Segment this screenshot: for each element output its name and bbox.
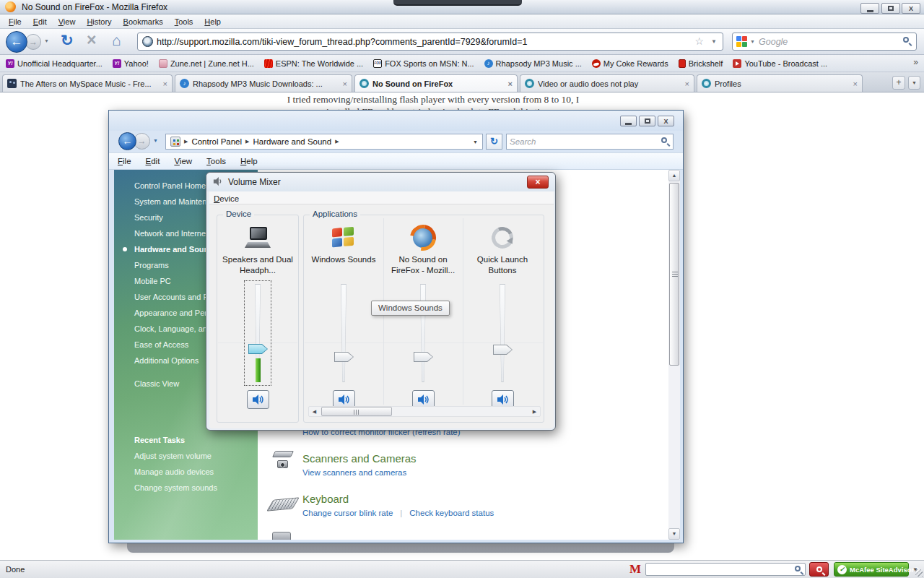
new-tab-button[interactable]: +	[892, 76, 905, 90]
menu-help[interactable]: Help	[199, 16, 227, 27]
bookmark-unofficial-headquarters[interactable]: Y!Unofficial Headquarter...	[6, 59, 103, 68]
slider-handle[interactable]	[334, 352, 354, 362]
web-search-input[interactable]	[759, 34, 899, 49]
tab-profiles[interactable]: Profiles ×	[697, 74, 863, 92]
recent-task-manage-audio[interactable]: Manage audio devices	[114, 466, 258, 478]
history-dropdown-icon[interactable]: ▼	[44, 38, 49, 43]
mcafee-m-icon[interactable]: M	[629, 562, 641, 577]
siteadvisor-search-box[interactable]	[645, 563, 806, 576]
link-view-scanners[interactable]: View scanners and cameras	[302, 468, 406, 477]
google-engine-icon[interactable]	[736, 36, 747, 47]
cp-refresh-button[interactable]: ↻	[486, 134, 502, 150]
scroll-left-icon[interactable]: ◀	[309, 407, 320, 416]
link-check-keyboard-status[interactable]: Check keyboard status	[409, 509, 494, 517]
menu-edit[interactable]: Edit	[27, 16, 53, 27]
url-dropdown-icon[interactable]: ▼	[711, 38, 717, 45]
scroll-down-icon[interactable]: ▼	[668, 528, 680, 540]
bookmark-brickshelf[interactable]: Brickshelf	[679, 59, 723, 68]
cp-menu-help[interactable]: Help	[239, 155, 265, 167]
menu-tools[interactable]: Tools	[169, 16, 199, 27]
menu-file[interactable]: File	[3, 16, 27, 27]
siteadvisor-search-input[interactable]	[648, 564, 785, 574]
slider-track[interactable]	[497, 284, 507, 382]
scrollbar-thumb[interactable]	[669, 183, 679, 366]
search-icon[interactable]	[903, 37, 909, 43]
resize-grip[interactable]	[915, 569, 923, 577]
siteadvisor-search-button[interactable]	[809, 562, 829, 577]
cp-search-input[interactable]	[510, 135, 654, 148]
minimize-button[interactable]	[860, 3, 879, 14]
cp-back-button[interactable]: ←	[118, 132, 136, 150]
cp-menu-tools[interactable]: Tools	[205, 155, 233, 167]
cp-minimize-button[interactable]	[620, 116, 637, 126]
firefox-titlebar[interactable]: No Sound on FireFox - Mozilla Firefox X	[0, 0, 924, 14]
bookmark-youtube[interactable]: YouTube - Broadcast ...	[733, 59, 827, 68]
engine-dropdown-icon[interactable]: ▼	[750, 39, 755, 44]
forward-button[interactable]: →	[25, 34, 41, 50]
scrollbar-thumb[interactable]	[321, 407, 392, 416]
breadcrumb-control-panel[interactable]: Control Panel	[191, 137, 242, 146]
scroll-up-icon[interactable]: ▲	[668, 170, 680, 181]
back-button[interactable]: ←	[6, 31, 27, 53]
menu-history[interactable]: History	[81, 16, 117, 27]
tab-close-icon[interactable]: ×	[853, 79, 858, 88]
tab-myspace[interactable]: The Afters on MySpace Music - Fre... ×	[2, 74, 173, 92]
menu-view[interactable]: View	[53, 16, 82, 27]
mixer-titlebar[interactable]: Volume Mixer ×	[206, 173, 555, 191]
mixer-close-button[interactable]: ×	[527, 176, 549, 189]
tab-rhapsody[interactable]: ♪ Rhapsody MP3 Music Downloads: ... ×	[175, 74, 352, 92]
cp-maximize-button[interactable]	[639, 116, 655, 126]
scroll-right-icon[interactable]: ▶	[529, 407, 540, 416]
tab-list-dropdown[interactable]: ▼	[908, 76, 920, 90]
menu-bookmarks[interactable]: Bookmarks	[118, 16, 169, 27]
recent-task-change-sounds[interactable]: Change system sounds	[114, 482, 258, 493]
url-input[interactable]	[157, 34, 691, 49]
search-icon	[816, 566, 822, 572]
slider-track[interactable]	[418, 284, 428, 382]
address-dropdown-icon[interactable]: ▼	[473, 139, 478, 144]
home-button[interactable]: ⌂	[112, 32, 121, 49]
tab-close-icon[interactable]: ×	[685, 79, 689, 88]
tab-close-icon[interactable]: ×	[508, 79, 513, 88]
heading-scanners-cameras[interactable]: Scanners and Cameras	[302, 452, 417, 465]
url-bar[interactable]: ☆ ▼	[137, 33, 723, 51]
cp-vertical-scrollbar[interactable]: ▲ ▼	[668, 170, 680, 540]
siteadvisor-badge[interactable]: ✓ McAfee SiteAdvisor®	[834, 562, 909, 577]
tab-video-audio[interactable]: Video or audio does not play ×	[520, 74, 694, 92]
slider-handle[interactable]	[414, 352, 433, 362]
cp-recent-pages-dropdown[interactable]: ▼	[153, 138, 158, 143]
slider-track[interactable]	[339, 284, 349, 382]
control-panel-titlebar[interactable]: X	[109, 111, 683, 131]
bookmarks-overflow-chevron[interactable]: »	[913, 57, 918, 67]
bookmark-zune[interactable]: Zune.net | Zune.net H...	[159, 59, 254, 68]
breadcrumb-hardware-and-sound[interactable]: Hardware and Sound	[253, 137, 331, 146]
tab-no-sound-active[interactable]: No Sound on FireFox ×	[354, 74, 518, 92]
recent-task-adjust-volume[interactable]: Adjust system volume	[114, 450, 258, 462]
cp-menu-edit[interactable]: Edit	[144, 155, 167, 167]
cp-menu-view[interactable]: View	[173, 155, 199, 167]
cp-menu-file[interactable]: File	[116, 155, 139, 167]
bookmark-star-icon[interactable]: ☆	[694, 35, 704, 47]
restore-button[interactable]	[881, 3, 900, 14]
link-cursor-blink-rate[interactable]: Change cursor blink rate	[302, 509, 393, 517]
slider-handle[interactable]	[493, 345, 513, 355]
search-bar[interactable]: ▼	[732, 33, 917, 51]
bookmark-fox-sports[interactable]: FOXFOX Sports on MSN: N...	[373, 59, 474, 68]
cp-search-box[interactable]	[506, 134, 674, 150]
bookmark-coke-rewards[interactable]: My Coke Rewards	[592, 59, 668, 68]
heading-keyboard[interactable]: Keyboard	[302, 493, 349, 505]
tab-close-icon[interactable]: ×	[163, 79, 167, 88]
stop-button[interactable]: ×	[87, 30, 96, 50]
bookmark-espn[interactable]: ESPN: The Worldwide ...	[264, 59, 363, 68]
speakers-device-icon	[218, 223, 297, 253]
mixer-horizontal-scrollbar[interactable]: ◀ ▶	[308, 406, 541, 417]
bookmark-yahoo[interactable]: Y!Yahoo!	[113, 59, 149, 68]
mixer-menu-device[interactable]: Device	[209, 194, 243, 204]
tab-close-icon[interactable]: ×	[343, 79, 347, 88]
reload-button[interactable]: ↻	[61, 32, 74, 49]
cp-close-button[interactable]: X	[658, 116, 674, 126]
mute-button[interactable]	[247, 390, 269, 409]
breadcrumb[interactable]: ▶ Control Panel ▶ Hardware and Sound ▶ ▼	[165, 134, 483, 150]
bookmark-rhapsody[interactable]: ♪Rhapsody MP3 Music ...	[484, 59, 582, 68]
close-button[interactable]: X	[902, 3, 920, 14]
